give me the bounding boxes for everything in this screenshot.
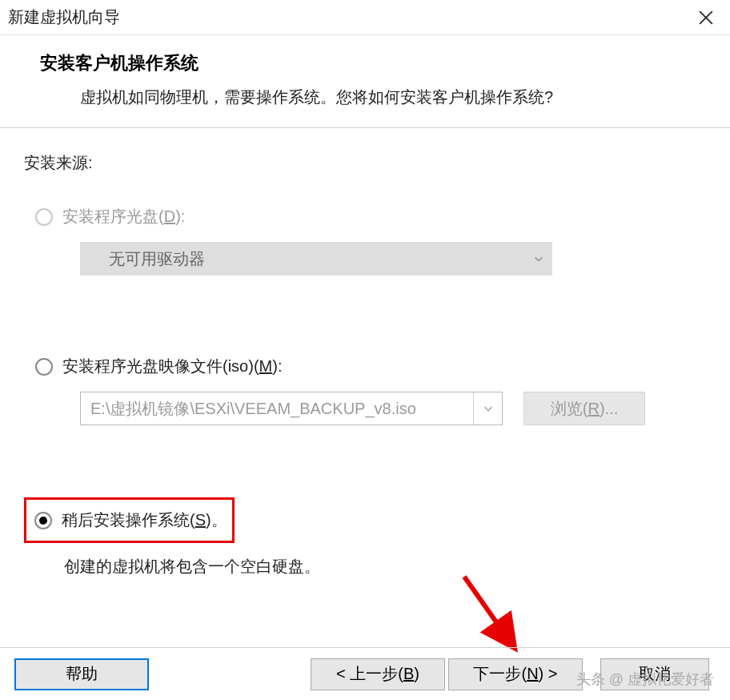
install-later-description: 创建的虚拟机将包含一个空白硬盘。 — [64, 556, 706, 577]
chevron-down-icon — [533, 250, 544, 268]
iso-path-input: E:\虚拟机镜像\ESXi\VEEAM_BACKUP_v8.iso — [80, 392, 503, 425]
radio-iso-image[interactable] — [35, 358, 53, 376]
drive-dropdown-text: 无可用驱动器 — [109, 248, 205, 270]
option-install-later[interactable]: 稍后安装操作系统(S)。 — [34, 509, 227, 531]
chevron-down-icon — [483, 403, 494, 414]
window-title: 新建虚拟机向导 — [8, 6, 120, 28]
option-iso-image-label: 安装程序光盘映像文件(iso)(M): — [62, 356, 282, 377]
option-iso-image[interactable]: 安装程序光盘映像文件(iso)(M): — [35, 356, 706, 377]
radio-installer-disc — [35, 208, 53, 226]
page-title: 安装客户机操作系统 — [40, 51, 698, 75]
next-button[interactable]: 下一步(N) > — [448, 658, 583, 690]
titlebar: 新建虚拟机向导 — [0, 0, 730, 35]
option-installer-disc: 安装程序光盘(D): — [35, 206, 706, 227]
iso-path-text: E:\虚拟机镜像\ESXi\VEEAM_BACKUP_v8.iso — [81, 398, 473, 420]
svg-line-3 — [464, 577, 512, 645]
browse-button: 浏览(R)... — [523, 392, 645, 425]
option-installer-disc-label: 安装程序光盘(D): — [62, 206, 185, 227]
iso-path-dropdown-button — [473, 392, 502, 424]
option-install-later-label: 稍后安装操作系统(S)。 — [62, 509, 227, 531]
watermark: 头条 @ 虚拟化爱好者 — [576, 670, 714, 689]
close-button[interactable] — [682, 0, 730, 35]
install-source-label: 安装来源: — [24, 152, 706, 174]
back-button[interactable]: < 上一步(B) — [311, 658, 445, 690]
content-area: 安装来源: 安装程序光盘(D): 无可用驱动器 安装程序光盘映像文件(iso)(… — [0, 128, 730, 577]
wizard-header: 安装客户机操作系统 虚拟机如同物理机，需要操作系统。您将如何安装客户机操作系统? — [0, 35, 730, 128]
highlight-annotation: 稍后安装操作系统(S)。 — [24, 497, 235, 543]
drive-dropdown: 无可用驱动器 — [80, 242, 552, 276]
radio-install-later[interactable] — [34, 512, 52, 529]
page-subtitle: 虚拟机如同物理机，需要操作系统。您将如何安装客户机操作系统? — [80, 86, 698, 108]
close-icon — [699, 10, 713, 25]
help-button[interactable]: 帮助 — [14, 658, 149, 690]
